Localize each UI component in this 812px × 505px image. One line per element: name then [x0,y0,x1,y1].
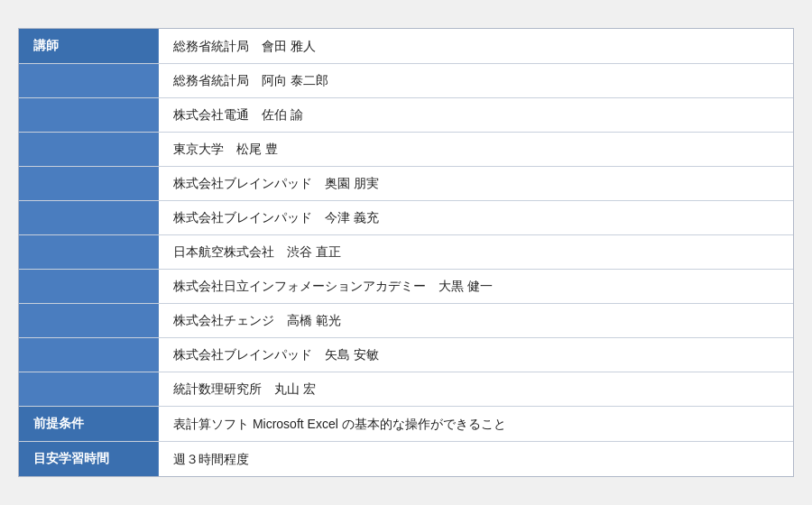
info-table: 講師 総務省統計局 會田 雅人 総務省統計局 阿向 泰二郎 株式会社電通 佐伯 … [18,28,794,477]
lecturer-value-8: 株式会社チェンジ 高橋 範光 [159,304,793,337]
lecturer-row-6: 日本航空株式会社 渋谷 直正 [19,235,793,270]
lecturer-value-7: 株式会社日立インフォメーションアカデミー 大黒 健一 [159,270,793,303]
prerequisites-value: 表計算ソフト Microsoft Excel の基本的な操作ができること [159,407,793,441]
lecturer-label: 講師 [19,29,159,63]
lecturer-label-empty-2 [19,98,159,132]
lecturer-row-7: 株式会社日立インフォメーションアカデミー 大黒 健一 [19,270,793,304]
lecturer-label-empty-7 [19,270,159,303]
lecturer-row-2: 株式会社電通 佐伯 諭 [19,98,793,133]
lecturer-label-empty-9 [19,338,159,372]
lecturer-row-3: 東京大学 松尾 豊 [19,133,793,167]
lecturer-value-0: 総務省統計局 會田 雅人 [159,29,793,63]
lecturer-label-empty-4 [19,167,159,200]
study-time-value: 週３時間程度 [159,442,793,476]
lecturer-label-empty-5 [19,201,159,234]
lecturer-value-6: 日本航空株式会社 渋谷 直正 [159,235,793,269]
lecturer-row-9: 株式会社ブレインパッド 矢島 安敏 [19,338,793,372]
lecturer-label-empty-6 [19,235,159,269]
lecturer-value-10: 統計数理研究所 丸山 宏 [159,372,793,406]
lecturer-value-4: 株式会社ブレインパッド 奥園 朋実 [159,167,793,200]
prerequisites-label: 前提条件 [19,407,159,441]
study-time-label: 目安学習時間 [19,442,159,476]
lecturer-value-5: 株式会社ブレインパッド 今津 義充 [159,201,793,234]
lecturer-value-2: 株式会社電通 佐伯 諭 [159,98,793,132]
lecturer-label-empty-3 [19,133,159,166]
lecturer-row-10: 統計数理研究所 丸山 宏 [19,372,793,407]
lecturer-label-empty-10 [19,372,159,406]
prerequisites-row: 前提条件 表計算ソフト Microsoft Excel の基本的な操作ができるこ… [19,407,793,442]
lecturer-row-5: 株式会社ブレインパッド 今津 義充 [19,201,793,235]
lecturer-label-empty-8 [19,304,159,337]
lecturer-value-3: 東京大学 松尾 豊 [159,133,793,166]
lecturer-value-1: 総務省統計局 阿向 泰二郎 [159,64,793,97]
lecturer-row-0: 講師 総務省統計局 會田 雅人 [19,29,793,64]
lecturer-label-empty-1 [19,64,159,97]
lecturer-value-9: 株式会社ブレインパッド 矢島 安敏 [159,338,793,372]
lecturer-row-4: 株式会社ブレインパッド 奥園 朋実 [19,167,793,201]
study-time-row: 目安学習時間 週３時間程度 [19,442,793,476]
lecturer-row-8: 株式会社チェンジ 高橋 範光 [19,304,793,338]
lecturer-row-1: 総務省統計局 阿向 泰二郎 [19,64,793,98]
